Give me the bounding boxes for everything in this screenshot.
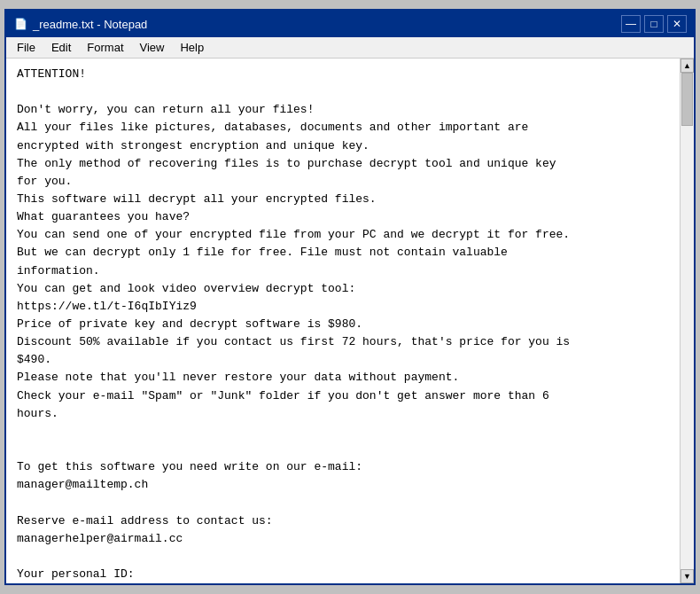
text-editor[interactable]: ATTENTION! Don't worry, you can return a…: [6, 59, 680, 583]
maximize-button[interactable]: □: [644, 15, 664, 33]
scrollbar-thumb[interactable]: [681, 73, 693, 126]
scroll-up-button[interactable]: ▲: [681, 59, 694, 73]
close-button[interactable]: ✕: [667, 15, 687, 33]
notepad-window: 📄 _readme.txt - Notepad — □ ✕ File Edit …: [4, 9, 696, 585]
menu-view[interactable]: View: [133, 39, 172, 56]
menu-help[interactable]: Help: [173, 39, 211, 56]
scrollbar[interactable]: ▲ ▼: [680, 59, 694, 583]
menu-edit[interactable]: Edit: [44, 39, 78, 56]
window-controls: — □ ✕: [621, 15, 687, 33]
scrollbar-track[interactable]: [681, 73, 694, 569]
minimize-button[interactable]: —: [621, 15, 641, 33]
title-bar: 📄 _readme.txt - Notepad — □ ✕: [6, 11, 694, 37]
content-area: ATTENTION! Don't worry, you can return a…: [6, 59, 694, 583]
scroll-down-button[interactable]: ▼: [681, 569, 694, 583]
title-bar-left: 📄 _readme.txt - Notepad: [13, 17, 147, 31]
menu-bar: File Edit Format View Help: [6, 37, 694, 59]
menu-file[interactable]: File: [10, 39, 43, 56]
menu-format[interactable]: Format: [80, 39, 130, 56]
app-icon: 📄: [13, 17, 27, 31]
window-title: _readme.txt - Notepad: [33, 18, 147, 31]
